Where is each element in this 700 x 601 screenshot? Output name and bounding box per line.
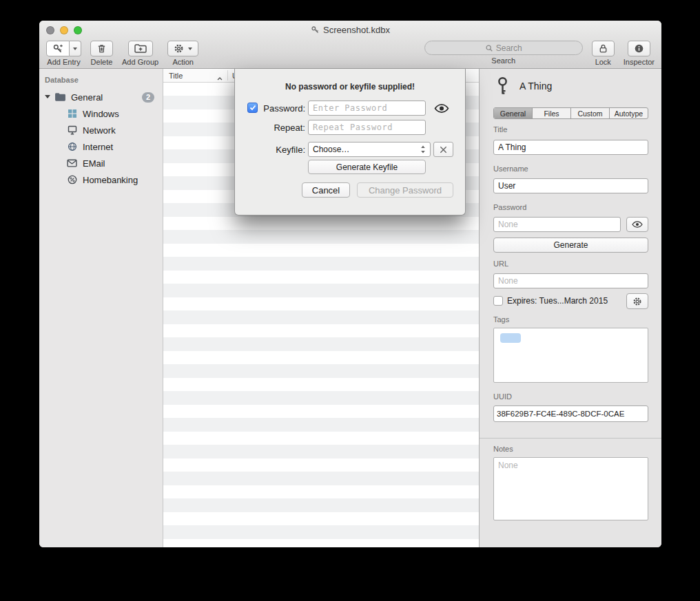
trash-icon — [96, 43, 107, 54]
sidebar-item-email[interactable]: EMail — [39, 155, 163, 171]
lock-item: Lock — [592, 41, 615, 66]
password-label: Password — [493, 203, 526, 211]
delete-label: Delete — [91, 58, 113, 66]
lock-icon — [598, 43, 608, 54]
window-chrome: Screenshot.kdbx Add Entry — [39, 21, 661, 69]
chevron-down-icon — [73, 48, 77, 50]
keyfile-label: Keyfile: — [253, 145, 305, 155]
search-label: Search — [491, 56, 515, 65]
eye-icon — [433, 103, 450, 114]
window-title: Screenshot.kdbx — [39, 21, 661, 39]
username-field[interactable] — [493, 178, 648, 193]
add-group-item: Add Group — [122, 41, 158, 66]
document-key-icon — [311, 25, 320, 34]
add-entry-dropdown[interactable] — [70, 41, 81, 56]
titlebar[interactable]: Screenshot.kdbx — [39, 21, 661, 39]
sidebar-section-header: Database — [39, 74, 163, 89]
tags-field[interactable] — [493, 328, 648, 383]
search-input[interactable]: Search — [424, 41, 583, 55]
notes-field[interactable] — [493, 457, 648, 520]
sidebar-item-internet[interactable]: Internet — [39, 138, 163, 155]
sidebar-item-homebanking[interactable]: Homebanking — [39, 171, 163, 188]
title-field[interactable] — [493, 140, 648, 155]
lock-button[interactable] — [592, 41, 615, 56]
action-button[interactable] — [167, 41, 198, 56]
delete-button[interactable] — [90, 41, 113, 56]
disclosure-triangle-icon[interactable] — [45, 95, 50, 98]
entry-count-badge: 2 — [142, 92, 154, 103]
dialog-message: No password or keyfile supplied! — [235, 82, 465, 92]
sidebar-item-windows[interactable]: Windows — [39, 105, 163, 122]
tab-general[interactable]: General — [494, 108, 533, 118]
username-label: Username — [493, 165, 528, 173]
sort-asc-icon — [217, 74, 223, 82]
url-field[interactable] — [493, 273, 648, 288]
column-header-title[interactable]: Title — [169, 72, 183, 80]
inspector-tabs: General Files Custom Autotype — [493, 107, 648, 119]
change-password-sheet: No password or keyfile supplied! Passwor… — [234, 69, 466, 215]
key-plus-icon — [52, 43, 63, 54]
window-title-text: Screenshot.kdbx — [323, 25, 390, 35]
x-icon — [439, 145, 448, 154]
windows-icon — [66, 109, 78, 118]
folder-plus-icon — [134, 43, 147, 54]
search-item: Search Search — [424, 41, 583, 65]
action-label: Action — [172, 58, 194, 66]
expires-checkbox[interactable] — [493, 296, 503, 306]
notes-label: Notes — [493, 445, 513, 453]
sidebar-item-label: Internet — [83, 142, 113, 152]
tag-chip[interactable] — [500, 333, 521, 343]
gear-icon — [632, 297, 642, 306]
toolbar: Add Entry Delete — [39, 39, 661, 69]
chevron-down-icon — [188, 48, 192, 50]
inspector-item: Inspector — [624, 41, 655, 66]
folder-icon — [54, 92, 66, 102]
add-entry-item: Add Entry — [46, 41, 81, 66]
sidebar-item-general[interactable]: General 2 — [39, 89, 163, 105]
password-input[interactable] — [308, 101, 426, 116]
generate-password-button[interactable]: Generate — [493, 238, 648, 253]
monitor-icon — [66, 125, 78, 135]
inspector-divider — [480, 438, 661, 439]
inspector-label: Inspector — [624, 58, 655, 66]
uuid-label: UUID — [493, 392, 512, 401]
add-group-button[interactable] — [128, 41, 153, 56]
reveal-password-button[interactable] — [431, 101, 453, 116]
column-divider[interactable] — [227, 70, 228, 81]
keyfile-popup[interactable]: Choose… — [308, 142, 431, 157]
cancel-button[interactable]: Cancel — [302, 182, 350, 198]
repeat-label: Repeat: — [253, 123, 305, 133]
password-label: Password: — [253, 103, 305, 114]
lock-label: Lock — [595, 58, 611, 66]
sidebar-item-label: Windows — [83, 109, 119, 119]
info-circle-icon — [634, 43, 644, 54]
generate-keyfile-button[interactable]: Generate Keyfile — [308, 160, 426, 174]
sidebar-item-label: EMail — [83, 158, 105, 169]
tab-custom[interactable]: Custom — [571, 108, 610, 118]
eye-icon — [631, 220, 644, 229]
sidebar-item-label: General — [71, 92, 103, 103]
reveal-password-button[interactable] — [626, 217, 648, 232]
repeat-password-input[interactable] — [308, 120, 426, 135]
change-password-button[interactable]: Change Password — [357, 182, 453, 198]
add-entry-button[interactable] — [46, 41, 70, 56]
globe-icon — [66, 142, 78, 151]
envelope-icon — [66, 159, 78, 167]
gear-icon — [174, 43, 184, 54]
macpass-window: Screenshot.kdbx Add Entry — [39, 21, 661, 547]
sidebar: Database General 2 Windows — [39, 69, 163, 547]
tags-label: Tags — [493, 315, 509, 324]
clear-keyfile-button[interactable] — [433, 142, 453, 157]
expires-label[interactable]: Expires: Tues...March 2015 — [507, 296, 608, 306]
expires-settings-button[interactable] — [626, 293, 648, 309]
password-field[interactable] — [493, 217, 621, 232]
inspector-button[interactable] — [628, 41, 650, 56]
popup-stepper-icon — [420, 145, 426, 154]
keyfile-selected-value: Choose… — [313, 145, 349, 154]
entry-title: A Thing — [519, 81, 552, 92]
percent-coin-icon — [66, 175, 78, 184]
tab-files[interactable]: Files — [533, 108, 571, 118]
sidebar-item-network[interactable]: Network — [39, 122, 163, 138]
tab-autotype[interactable]: Autotype — [610, 108, 648, 118]
uuid-field[interactable] — [493, 405, 648, 422]
